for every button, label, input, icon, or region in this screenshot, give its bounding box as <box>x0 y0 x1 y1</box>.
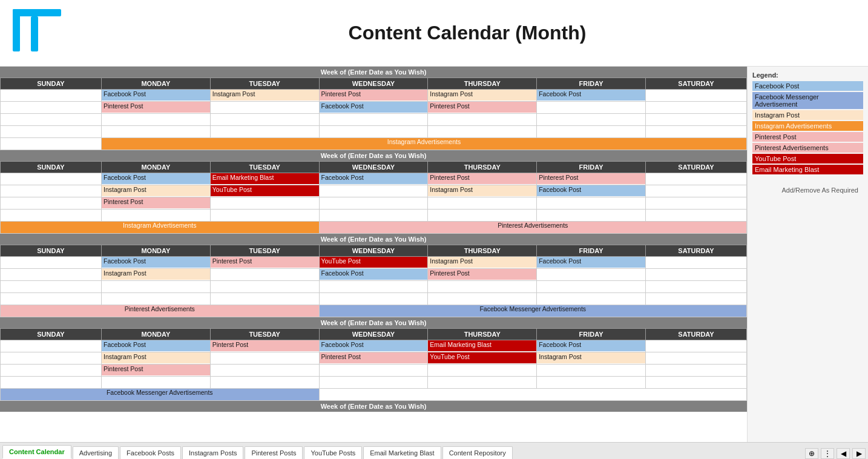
tab-email-marketing-blast[interactable]: Email Marketing Blast <box>363 446 441 459</box>
cell-content <box>320 293 428 304</box>
calendar-cell <box>537 210 646 222</box>
tab-pinterest-posts[interactable]: Pinterest Posts <box>245 446 303 459</box>
week-header: Week of (Enter Date as You Wish) <box>0 317 747 328</box>
cell-content: Facebook Post <box>537 340 645 351</box>
cell-content <box>428 365 536 375</box>
calendar-cell <box>645 185 746 197</box>
cell-content: Facebook Post <box>320 173 428 184</box>
cell-content <box>537 210 645 220</box>
cell-content <box>537 293 645 304</box>
cell-content <box>1 114 101 125</box>
calendar-cell <box>645 114 746 126</box>
cell-content: Facebook Post <box>320 102 428 113</box>
day-header: TUESDAY <box>210 78 319 90</box>
calendar-cell <box>319 114 428 126</box>
sheet-menu-button[interactable]: ⋮ <box>821 448 834 459</box>
cell-content <box>646 114 746 125</box>
day-header: THURSDAY <box>428 245 537 257</box>
cell-content <box>1 126 101 137</box>
cell-content: Pinterest Post <box>428 102 536 113</box>
cell-content: Instagram Post <box>428 185 536 196</box>
cell-content: Facebook Post <box>102 173 210 184</box>
calendar-cell <box>210 377 319 389</box>
cell-content <box>646 281 746 292</box>
tab-controls: ⊕ ⋮ ◀ ▶ <box>805 448 866 459</box>
day-header: WEDNESDAY <box>319 162 428 173</box>
cell-content: Pinterest Post <box>537 173 645 184</box>
cell-content: Email Marketing Blast <box>211 173 319 184</box>
calendar-cell: Pinterest Post <box>101 102 210 114</box>
cell-content: YouTube Post <box>320 257 428 268</box>
day-header: FRIDAY <box>537 245 646 257</box>
calendar-cell <box>101 377 210 389</box>
scroll-right-button[interactable]: ▶ <box>852 448 866 459</box>
cell-content <box>211 269 319 280</box>
calendar-cell: YouTube Post <box>210 185 319 197</box>
calendar-cell: Facebook Post <box>537 185 646 197</box>
calendar-cell: Pinterest Post <box>537 173 646 185</box>
table-row: Instagram PostYouTube PostInstagram Post… <box>1 185 747 197</box>
calendar-cell: Instagram Post <box>101 185 210 197</box>
tab-advertising[interactable]: Advertising <box>73 446 119 459</box>
day-header: SATURDAY <box>645 162 746 173</box>
calendar-cell: Facebook Post <box>537 90 646 102</box>
calendar-cell: Instagram Post <box>101 352 210 365</box>
cell-content <box>537 114 645 125</box>
tab-youtube-posts[interactable]: YouTube Posts <box>304 446 362 459</box>
legend-title: Legend: <box>752 71 863 79</box>
table-row <box>1 126 747 138</box>
calendar-cell: Facebook Post <box>319 340 428 352</box>
cell-content: Instagram Post <box>102 185 210 196</box>
cell-content <box>646 185 746 196</box>
calendar-cell: Pinterest Post <box>319 90 428 102</box>
cell-content <box>428 114 536 125</box>
cell-content <box>428 126 536 137</box>
calendar-cell <box>645 269 746 281</box>
svg-rect-1 <box>13 9 20 51</box>
tab-content-calendar[interactable]: Content Calendar <box>2 445 71 459</box>
cell-content <box>1 257 101 268</box>
calendar-cell: Instagram Post <box>428 185 537 197</box>
cell-content: Pinterest Post <box>211 257 319 268</box>
cell-content <box>646 90 746 101</box>
week-section-1: Week of (Enter Date as You Wish)SUNDAYMO… <box>0 150 747 234</box>
cell-content: Facebook Post <box>320 269 428 280</box>
calendar-cell <box>645 340 746 352</box>
tab-facebook-posts[interactable]: Facebook Posts <box>120 446 181 459</box>
cell-content: Facebook Post <box>102 257 210 268</box>
cell-content <box>211 281 319 292</box>
calendar-cell <box>1 365 102 377</box>
cell-content: Pinterest Post <box>428 269 536 280</box>
cell-content <box>1 90 101 101</box>
calendar-cell <box>428 293 537 305</box>
tab-instagram-posts[interactable]: Instagram Posts <box>182 446 243 459</box>
cell-content: Pinterest Post <box>102 365 210 375</box>
calendar-cell <box>1 269 102 281</box>
cell-content <box>537 102 645 113</box>
table-row: Pinterest Post <box>1 365 747 377</box>
calendar-cell <box>1 185 102 197</box>
cell-content: Pinterest Post <box>102 102 210 113</box>
cell-content: Facebook Post <box>320 340 428 351</box>
add-sheet-button[interactable]: ⊕ <box>805 448 818 459</box>
cell-content: Facebook Post <box>102 90 210 101</box>
tab-content-repository[interactable]: Content Repository <box>442 446 513 459</box>
cell-content <box>1 197 101 208</box>
scroll-left-button[interactable]: ◀ <box>837 448 850 459</box>
calendar-cell <box>428 377 537 389</box>
cell-content <box>320 114 428 125</box>
tab-bar: Content CalendarAdvertisingFacebook Post… <box>0 442 868 459</box>
cell-content <box>320 126 428 137</box>
calendar-cell: Facebook Post <box>101 173 210 185</box>
day-header: MONDAY <box>101 245 210 257</box>
calendar-cell: Instagram Post <box>537 352 646 365</box>
cell-content <box>646 340 746 351</box>
calendar-cell: Email Marketing Blast <box>428 340 537 352</box>
cell-content <box>1 340 101 351</box>
table-row: Instagram PostFacebook PostPinterest Pos… <box>1 269 747 281</box>
calendar-cell <box>428 210 537 222</box>
calendar-cell: Pinterest Post <box>101 365 210 377</box>
legend-item: Pinterest Post <box>752 132 863 142</box>
calendar-cell: Pinterst Post <box>210 340 319 352</box>
day-header: WEDNESDAY <box>319 245 428 257</box>
